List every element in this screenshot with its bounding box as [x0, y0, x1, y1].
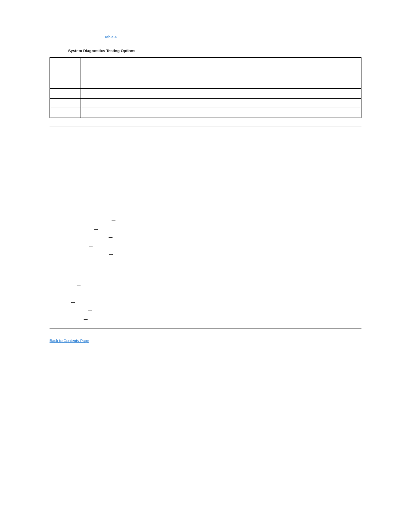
- th-option: Testing Option: [50, 58, 81, 73]
- opt-desc: — When checked, runs only the quick test…: [99, 227, 294, 231]
- dash-icon: —: [83, 317, 89, 321]
- table-row: Extended Test Performs a more thorough c…: [50, 89, 361, 99]
- opt-name: Test Iterations: [62, 244, 88, 248]
- opt-desc: — When checked, enables you to specify w…: [114, 252, 240, 256]
- dash-icon: —: [108, 252, 114, 256]
- selecting-devices-paragraph: The left side of the Customize window li…: [50, 175, 361, 193]
- opt-desc: — When checked, time stamps the test log…: [114, 235, 189, 240]
- tab-desc: — Displays any errors that occurred duri…: [79, 292, 168, 296]
- table-caption: Table 4-1. System Diagnostics Testing Op…: [50, 48, 361, 54]
- table-ref-link[interactable]: Table 4: [104, 35, 117, 39]
- selecting-devices-heading: Selecting Devices for Testing: [50, 166, 361, 172]
- divider: [50, 328, 361, 329]
- dash-icon: —: [93, 227, 99, 231]
- dash-icon: —: [73, 292, 79, 296]
- intro-post: -1.: [117, 35, 121, 39]
- list-item: Results — — Displays the test that ran a…: [62, 283, 361, 289]
- table-row: Express Test Performs a quick check of t…: [50, 73, 361, 89]
- back-link-container: Back to Contents Page: [50, 338, 361, 344]
- tab-name: Configuration: [62, 308, 87, 313]
- list-item: Show Ending Timestamp — — When checked, …: [62, 235, 361, 241]
- table-row: Custom Test Tests a particular device.: [50, 98, 361, 108]
- cell-option: Custom Test: [50, 98, 81, 108]
- list-item: Quick Tests Only — — When checked, runs …: [62, 227, 361, 233]
- diagnostics-options-table: Testing Option Function Express Test Per…: [50, 57, 361, 118]
- diagnostics-options-paragraph: Use the Diagnostics Options area to sele…: [50, 208, 361, 214]
- viewing-info-paragraph: The tabs in the Customize window provide…: [50, 273, 361, 279]
- custom-test-paragraph: When you select Custom Test in the Main …: [50, 148, 361, 160]
- opt-name: Non-Interactive Tests Only: [62, 218, 110, 223]
- dash-icon: —: [87, 308, 93, 313]
- opt-desc: — Selects the number of times the test i…: [94, 244, 172, 248]
- list-item: Parameters — — If applicable, displays p…: [62, 317, 361, 323]
- cell-option: Express Test: [50, 73, 81, 89]
- cell-function: Performs a more thorough check of the sy…: [81, 89, 361, 99]
- table-header-row: Testing Option Function: [50, 58, 361, 73]
- table-title: System Diagnostics Testing Options: [67, 49, 135, 53]
- tab-name: Results: [62, 283, 76, 288]
- opt-name: Log output file pathname: [62, 252, 108, 256]
- cell-function: Performs a quick check of the system. Th…: [81, 73, 361, 89]
- cell-option: Information: [50, 108, 81, 118]
- list-item: Configuration — — Displays basic configu…: [62, 308, 361, 314]
- intro-pre: The testing options are listed in: [50, 35, 104, 39]
- tab-name: Errors: [62, 292, 73, 296]
- dash-icon: —: [108, 235, 114, 240]
- list-item: Errors — — Displays any errors that occu…: [62, 291, 361, 297]
- divider: [50, 127, 361, 127]
- tab-desc: — If applicable, displays parameters tha…: [89, 317, 200, 321]
- opt-name: Show Ending Timestamp: [62, 235, 108, 240]
- tab-desc: — Displays the test that ran and the res…: [82, 283, 155, 288]
- cell-function: Tests a particular device.: [81, 98, 361, 108]
- viewing-info-list: Results — — Displays the test that ran a…: [50, 283, 361, 323]
- viewing-info-heading: Viewing Information and Results: [50, 264, 361, 270]
- back-to-contents-link[interactable]: Back to Contents Page: [50, 339, 89, 343]
- dash-icon: —: [70, 300, 76, 305]
- tab-name: Parameters: [62, 317, 83, 321]
- dash-icon: —: [76, 283, 82, 288]
- section-title: Using the Custom Test Options: [50, 137, 361, 143]
- diagnostics-options-heading: Selecting Diagnostics Options: [50, 199, 361, 205]
- table-row: Information Displays test results.: [50, 108, 361, 118]
- table-number: Table 4-1.: [50, 49, 67, 53]
- opt-name: Quick Tests Only: [62, 227, 93, 231]
- list-item: Log output file pathname — — When checke…: [62, 252, 361, 258]
- dash-icon: —: [110, 218, 116, 223]
- cell-function: Displays test results.: [81, 108, 361, 118]
- opt-desc: — When checked, runs only tests that req…: [116, 218, 231, 223]
- diagnostics-options-list: Non-Interactive Tests Only — — When chec…: [50, 218, 361, 258]
- intro-paragraph: The testing options are listed in Table …: [50, 34, 361, 40]
- list-item: Non-Interactive Tests Only — — When chec…: [62, 218, 361, 224]
- cell-option: Extended Test: [50, 89, 81, 99]
- dash-icon: —: [88, 244, 94, 248]
- tab-name: Help: [62, 300, 70, 305]
- tab-desc: — Displays basic configuration informati…: [93, 308, 228, 313]
- list-item: Test Iterations — — Selects the number o…: [62, 243, 361, 249]
- list-item: Help — — Displays information about the …: [62, 300, 361, 306]
- th-function: Function: [81, 58, 361, 73]
- tab-desc: — Displays information about the current…: [76, 300, 212, 305]
